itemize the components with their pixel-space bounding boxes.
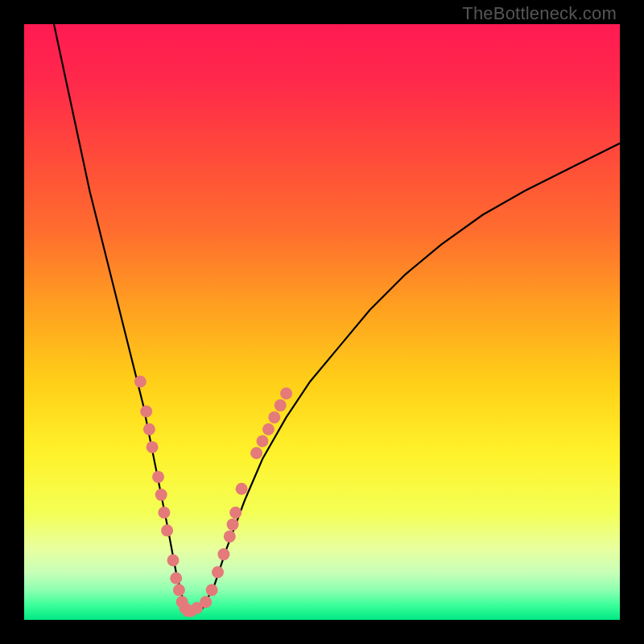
sample-point [262, 423, 275, 436]
sample-point [161, 525, 173, 537]
plot-area [24, 24, 620, 620]
sample-markers [134, 376, 292, 617]
sample-point [236, 483, 248, 495]
curve-layer [24, 24, 620, 620]
sample-point [140, 406, 152, 418]
sample-point [275, 399, 287, 411]
sample-point [224, 530, 236, 543]
bottleneck-curve [54, 24, 620, 614]
sample-point [227, 518, 239, 530]
sample-point [250, 447, 262, 459]
sample-point [200, 596, 212, 608]
sample-point [152, 471, 164, 483]
sample-point [173, 584, 185, 597]
sample-point [134, 376, 147, 388]
sample-point [212, 566, 224, 578]
sample-point [217, 548, 229, 560]
watermark-text: TheBottleneck.com [462, 3, 617, 24]
sample-point [158, 506, 170, 518]
sample-point [268, 411, 280, 423]
sample-point [229, 506, 242, 518]
sample-point [206, 584, 218, 597]
sample-point [280, 387, 292, 399]
sample-point [155, 489, 167, 501]
sample-point [257, 436, 269, 448]
sample-point [143, 423, 155, 436]
sample-point [147, 441, 159, 453]
sample-point [167, 555, 180, 567]
chart-frame: TheBottleneck.com [0, 0, 644, 644]
sample-point [170, 572, 182, 584]
